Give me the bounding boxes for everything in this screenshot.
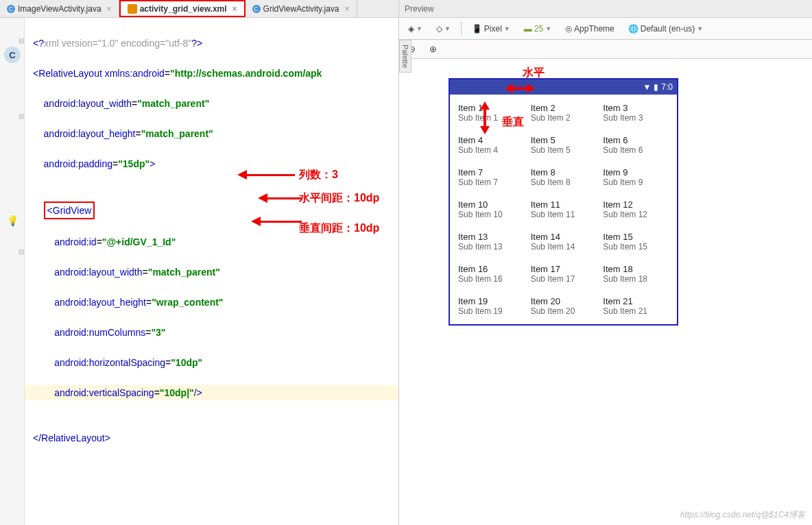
item-subtitle: Sub Item 13 [458, 242, 524, 252]
annotation-vspace [251, 217, 302, 226]
grid-item[interactable]: Item 10Sub Item 10 [458, 199, 524, 219]
item-title: Item 17 [531, 264, 597, 274]
grid-item[interactable]: Item 6Sub Item 6 [603, 135, 669, 155]
item-subtitle: Sub Item 12 [603, 210, 669, 219]
bulb-icon[interactable]: 💡 [7, 215, 19, 226]
zoom-in[interactable]: ⊕ [426, 42, 440, 56]
preview-header: Preview [399, 0, 812, 18]
code-content[interactable]: <?xml version="1.0" encoding="utf-8"?> <… [25, 18, 398, 525]
item-subtitle: Sub Item 11 [531, 210, 597, 219]
gutter: C ⊟ ⊟ ⊟ 💡 [0, 18, 25, 525]
watermark: https://blog.csdn.net/q@$1C4博客 [680, 509, 805, 521]
grid-item[interactable]: Item 8Sub Item 8 [531, 167, 597, 187]
grid-item[interactable]: Item 20Sub Item 20 [531, 296, 597, 316]
grid-item[interactable]: Item 21Sub Item 21 [603, 296, 669, 316]
theme-picker[interactable]: ◎ AppTheme [562, 23, 618, 35]
annotation-cols-label: 列数：3 [299, 167, 338, 182]
annotation-horizontal-label: 水平 [523, 66, 545, 80]
grid-item[interactable]: Item 16Sub Item 16 [458, 264, 524, 284]
grid-item[interactable]: Item 13Sub Item 13 [458, 232, 524, 252]
battery-icon: ▮ [654, 82, 658, 92]
item-subtitle: Sub Item 18 [603, 274, 669, 284]
device-preview-area: ▼ ▮ 7:0 Item 1Sub Item 1Item 2Sub Item 2… [399, 59, 812, 525]
tab-image-view-activity[interactable]: C ImageViewActivity.java × [0, 0, 119, 17]
editor-tabs: C ImageViewActivity.java × activity_grid… [0, 0, 398, 18]
fold-icon[interactable]: ⊟ [18, 112, 25, 119]
tab-label: ImageViewActivity.java [18, 4, 102, 14]
tab-grid-view-activity[interactable]: C GridViewActivity.java × [246, 0, 357, 17]
item-subtitle: Sub Item 2 [531, 113, 597, 123]
item-title: Item 13 [458, 232, 524, 242]
code-editor[interactable]: C ⊟ ⊟ ⊟ 💡 <?xml version="1.0" encoding="… [0, 18, 398, 525]
item-subtitle: Sub Item 5 [531, 145, 597, 155]
grid-item[interactable]: Item 3Sub Item 3 [603, 103, 669, 123]
xml-icon [128, 4, 137, 14]
grid-item[interactable]: Item 19Sub Item 19 [458, 296, 524, 316]
fold-icon[interactable]: ⊟ [18, 248, 25, 255]
grid-item[interactable]: Item 17Sub Item 17 [531, 264, 597, 284]
item-subtitle: Sub Item 4 [458, 145, 524, 155]
item-subtitle: Sub Item 16 [458, 274, 524, 284]
grid-item[interactable]: Item 18Sub Item 18 [603, 264, 669, 284]
close-icon[interactable]: × [232, 4, 237, 14]
close-icon[interactable]: × [107, 4, 112, 14]
palette-tab[interactable]: Palette [399, 40, 411, 73]
item-subtitle: Sub Item 15 [603, 242, 669, 252]
close-icon[interactable]: × [345, 4, 350, 14]
item-title: Item 21 [603, 296, 669, 306]
grid-item[interactable]: Item 9Sub Item 9 [603, 167, 669, 187]
item-title: Item 19 [458, 296, 524, 306]
item-title: Item 15 [603, 232, 669, 242]
fold-icon[interactable]: ⊟ [18, 37, 25, 44]
user-avatar-icon: C [4, 47, 21, 63]
grid-item[interactable]: Item 4Sub Item 4 [458, 135, 524, 155]
java-icon: C [7, 5, 15, 13]
night-mode-toggle[interactable]: ◇ ▼ [433, 23, 454, 35]
preview-toolbar-2: ⊖ ⊕ [399, 40, 812, 59]
item-subtitle: Sub Item 21 [603, 306, 669, 316]
preview-title: Preview [405, 4, 434, 14]
tab-label: GridViewActivity.java [263, 4, 339, 14]
api-picker[interactable]: ▬ 25 ▼ [521, 23, 555, 35]
grid-item[interactable]: Item 11Sub Item 11 [531, 199, 597, 219]
locale-picker[interactable]: 🌐 Default (en-us) ▼ [625, 23, 706, 35]
item-subtitle: Sub Item 7 [458, 178, 524, 187]
item-subtitle: Sub Item 14 [531, 242, 597, 252]
item-title: Item 10 [458, 199, 524, 210]
orientation-picker[interactable]: ◈ ▼ [405, 23, 426, 35]
wifi-icon: ▼ [643, 82, 651, 92]
item-title: Item 4 [458, 135, 524, 145]
item-subtitle: Sub Item 10 [458, 210, 524, 219]
device-picker[interactable]: 📱 Pixel ▼ [468, 23, 514, 35]
annotation-vertical-arrow [480, 101, 490, 134]
item-subtitle: Sub Item 6 [603, 145, 669, 155]
android-status-bar: ▼ ▮ 7:0 [450, 80, 677, 95]
item-title: Item 8 [531, 167, 597, 178]
grid-item[interactable]: Item 7Sub Item 7 [458, 167, 524, 187]
grid-item[interactable]: Item 2Sub Item 2 [531, 103, 597, 123]
annotation-vertical-label: 垂直 [502, 115, 524, 130]
item-title: Item 16 [458, 264, 524, 274]
item-title: Item 3 [603, 103, 669, 113]
item-subtitle: Sub Item 3 [603, 113, 669, 123]
tab-activity-grid-view-xml[interactable]: activity_grid_view.xml × [119, 0, 246, 17]
item-title: Item 5 [531, 135, 597, 145]
item-subtitle: Sub Item 20 [531, 306, 597, 316]
java-icon: C [252, 5, 261, 13]
annotation-hspace-label: 水平间距：10dp [299, 191, 379, 206]
grid-item[interactable]: Item 14Sub Item 14 [531, 232, 597, 252]
item-subtitle: Sub Item 8 [531, 178, 597, 187]
grid-item[interactable]: Item 5Sub Item 5 [531, 135, 597, 155]
annotation-hspace [258, 193, 302, 203]
item-title: Item 6 [603, 135, 669, 145]
grid-item[interactable]: Item 12Sub Item 12 [603, 199, 669, 219]
item-title: Item 7 [458, 167, 524, 178]
item-subtitle: Sub Item 17 [531, 274, 597, 284]
item-subtitle: Sub Item 9 [603, 178, 669, 187]
preview-toolbar: ◈ ▼ ◇ ▼ 📱 Pixel ▼ ▬ 25 ▼ ◎ AppTheme 🌐 De… [399, 18, 812, 40]
item-title: Item 20 [531, 296, 597, 306]
gridview-tag-highlight: <GridView [44, 202, 95, 219]
grid-item[interactable]: Item 15Sub Item 15 [603, 232, 669, 252]
item-title: Item 9 [603, 167, 669, 178]
annotation-vspace-label: 垂直间距：10dp [299, 221, 379, 236]
